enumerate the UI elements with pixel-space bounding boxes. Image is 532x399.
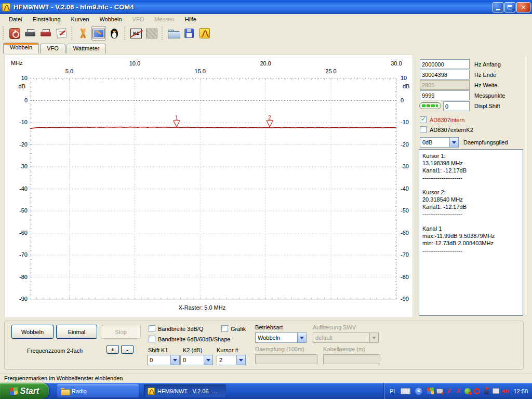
x-tick-label: 10.0 xyxy=(124,60,145,66)
sweep-curve-icon[interactable] xyxy=(197,26,212,41)
penguin-icon[interactable] xyxy=(107,26,122,41)
messpunkte-input[interactable] xyxy=(420,90,470,100)
screen-edit-icon[interactable] xyxy=(91,26,106,41)
pc-alert-icon[interactable] xyxy=(435,387,444,395)
close-button[interactable]: ✕ xyxy=(516,2,530,12)
chevron-down-icon xyxy=(170,355,179,365)
y-tick-label: -10 xyxy=(7,119,28,125)
folder-open-icon[interactable] xyxy=(166,26,181,41)
kursor-num-select[interactable]: 2 xyxy=(217,355,246,365)
status-bar: Frequenzmarken im Wobbelfenster einblend… xyxy=(0,373,532,383)
wobbeln-button[interactable]: Wobbeln xyxy=(11,325,54,339)
chevron-down-icon xyxy=(449,138,458,147)
y-tick-label: -80 xyxy=(7,274,28,280)
zoom-in-button[interactable]: + xyxy=(107,345,119,354)
shift-k1-label: Shift K1 xyxy=(148,347,168,353)
ati-icon[interactable]: ATI xyxy=(501,387,509,395)
clock: 12:58 xyxy=(513,388,528,394)
displ-shift-label: Displ.Shift xyxy=(474,103,500,109)
hz-ende-label: Hz Ende xyxy=(474,72,496,78)
edit-notes-icon[interactable] xyxy=(54,26,69,41)
menu-datei[interactable]: Datei xyxy=(4,15,28,23)
stop-button: Stop xyxy=(101,325,141,339)
ad8307intern-checkbox[interactable]: ✓ xyxy=(420,116,427,123)
cursor-info-line: Kursor 2: xyxy=(422,189,520,196)
y-tick-label: -10 xyxy=(401,119,409,125)
svg-text:2: 2 xyxy=(268,114,271,121)
daempfungsglied-label: Daempfungsglied xyxy=(463,139,508,145)
y-tick-label: -50 xyxy=(401,207,409,214)
window-title: HFM9/NWT - V.2.06 - hfm9.hfc - COM4 xyxy=(14,3,134,11)
battery-icon[interactable] xyxy=(482,387,490,395)
panel-splitter[interactable] xyxy=(525,55,527,316)
toolbar-separator xyxy=(71,26,73,40)
y-tick-label: 10 xyxy=(401,75,407,81)
cursor-info-line: --------------------- xyxy=(422,211,520,218)
antivirus-alert-icon[interactable] xyxy=(463,387,472,395)
cursor-info-line: Kursor 1: xyxy=(422,153,520,160)
x-tick-label: 5.0 xyxy=(59,68,80,74)
status-text: Frequenzmarken im Wobbelfenster einblend… xyxy=(4,375,123,381)
title-bar: HFM9/NWT - V.2.06 - hfm9.hfc - COM4 ✕ xyxy=(0,0,532,14)
print-red-icon[interactable] xyxy=(38,26,53,41)
kabellaenge-input xyxy=(323,354,380,364)
start-button[interactable]: Start xyxy=(0,383,49,399)
bandbreite-6db-checkbox[interactable] xyxy=(149,336,155,342)
ad8307externk2-checkbox[interactable] xyxy=(420,126,427,133)
k1-image-icon[interactable]: K1 xyxy=(129,26,143,41)
bandbreite-3db-checkbox[interactable] xyxy=(149,325,155,332)
menu-hilfe[interactable]: Hilfe xyxy=(180,15,202,23)
chevron-down-icon xyxy=(369,333,378,342)
chevron-down-icon xyxy=(236,355,245,365)
tools-icon[interactable] xyxy=(76,26,90,41)
k2-db-select[interactable]: 0 xyxy=(180,355,213,365)
task-hfm9nwt[interactable]: HFM9/NWT - V.2.06 -... xyxy=(144,384,226,397)
cursor-info-box: Kursor 1: 13.198398 MHz Kanal1: -12.17dB… xyxy=(419,149,523,316)
zoom-out-button[interactable]: - xyxy=(121,345,134,354)
toolbar-grip xyxy=(3,26,5,40)
shift-k1-select[interactable]: 0 xyxy=(147,355,180,365)
aufloesung-label: Aufloesung SWV xyxy=(313,324,356,330)
display-icon[interactable] xyxy=(491,387,500,395)
hz-ende-input[interactable] xyxy=(420,70,470,79)
red-x2-icon[interactable]: ✗ xyxy=(454,387,462,395)
language-indicator[interactable]: PL xyxy=(388,387,398,395)
y-tick-label: -70 xyxy=(401,251,409,258)
betriebsart-label: Betriebsart xyxy=(255,324,283,330)
menu-einstellung[interactable]: Einstellung xyxy=(28,15,66,23)
windows-logo-icon[interactable] xyxy=(426,387,434,395)
cursor-info-line: --------------------- xyxy=(422,175,520,182)
hz-anfang-input[interactable] xyxy=(420,59,470,69)
hz-anfang-label: Hz Anfang xyxy=(474,61,501,68)
menu-kurven[interactable]: Kurven xyxy=(66,15,95,23)
daempfungsglied-select[interactable]: 0dB xyxy=(420,137,459,148)
grafik-checkbox[interactable] xyxy=(221,325,228,332)
save-icon[interactable] xyxy=(182,26,196,41)
tab-wobbeln[interactable]: Wobbeln xyxy=(3,43,39,54)
betriebsart-select[interactable]: Wobbeln xyxy=(255,332,307,343)
k2-image-icon[interactable] xyxy=(144,26,159,41)
windows-flag-icon xyxy=(10,387,18,395)
displ-shift-input[interactable] xyxy=(443,101,470,111)
task-radio[interactable]: Radio xyxy=(57,384,139,397)
tab-wattmeter[interactable]: Wattmeter xyxy=(66,44,106,54)
sweep-chart[interactable]: 12 xyxy=(5,55,414,318)
red-x-icon[interactable]: ✗ xyxy=(445,387,453,395)
power-icon[interactable] xyxy=(7,26,22,41)
check-icon: ✓ xyxy=(421,115,426,123)
tray-chevron-icon[interactable]: < xyxy=(415,387,423,395)
tab-vfo[interactable]: VFO xyxy=(40,44,65,54)
daempfung-input xyxy=(255,354,317,364)
einmal-button[interactable]: Einmal xyxy=(56,325,97,339)
system-tray: PL < ✗ ✗ ATI 12:58 xyxy=(383,383,532,399)
maximize-button[interactable] xyxy=(504,2,515,12)
red-ring-icon[interactable] xyxy=(473,387,481,395)
keyboard-icon[interactable] xyxy=(401,388,410,394)
menu-wobbeln[interactable]: Wobbeln xyxy=(94,15,127,23)
print-icon[interactable] xyxy=(23,26,37,41)
hz-weite-label: Hz Weite xyxy=(474,82,497,88)
messpunkte-label: Messpunkte xyxy=(474,92,505,99)
x-axis-unit-label: MHz xyxy=(11,60,23,66)
y-tick-label: 0 xyxy=(7,97,28,103)
minimize-button[interactable] xyxy=(493,2,503,12)
